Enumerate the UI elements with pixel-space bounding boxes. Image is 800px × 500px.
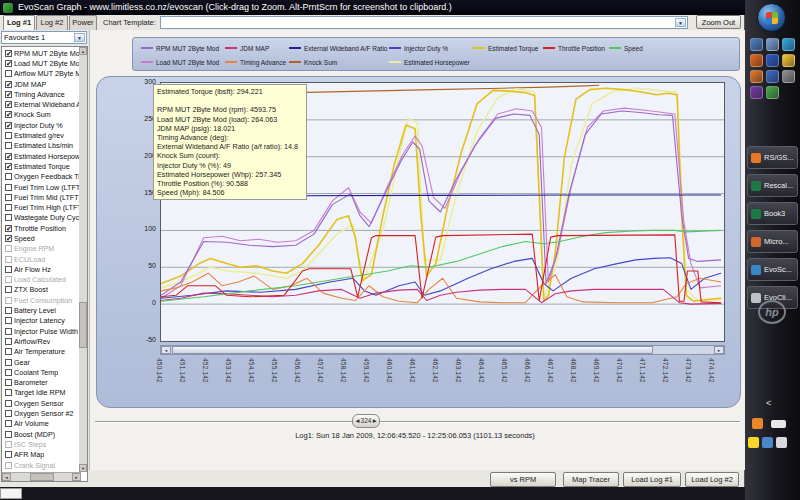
channel-checkbox[interactable]: ✔: [5, 225, 12, 232]
tab-log1[interactable]: Log #1: [3, 15, 35, 30]
window-titlebar[interactable]: EvoScan Graph - www.limitless.co.nz/evos…: [0, 0, 745, 15]
legend-item[interactable]: Load MUT 2Byte Mod: [141, 55, 225, 69]
channel-checkbox[interactable]: ✔: [5, 101, 12, 108]
channel-item[interactable]: Airflow MUT 2Byte Mod: [3, 69, 79, 79]
channel-list-horizontal-scrollbar[interactable]: ◄ ►: [2, 472, 81, 481]
tray-status-icon[interactable]: [748, 437, 759, 448]
channel-checkbox[interactable]: [5, 441, 12, 448]
channel-checkbox[interactable]: [5, 132, 12, 139]
channel-item[interactable]: ✔Estimated Horsepower: [3, 151, 79, 161]
channel-checkbox[interactable]: [5, 451, 12, 458]
tray-app-icon[interactable]: [752, 418, 763, 429]
pan-slider-thumb[interactable]: ◄324►: [352, 414, 380, 428]
channel-item[interactable]: Crank Signal: [3, 460, 79, 470]
channel-item[interactable]: Target Idle RPM: [3, 388, 79, 398]
channel-checkbox[interactable]: [5, 276, 12, 283]
channel-item[interactable]: Gear: [3, 357, 79, 367]
channel-item[interactable]: ✔Throttle Position: [3, 223, 79, 233]
zoom-out-button[interactable]: Zoom Out: [696, 15, 741, 29]
taskbar-corner-button[interactable]: [0, 488, 22, 499]
channel-checkbox[interactable]: [5, 328, 12, 335]
channel-item[interactable]: ✔External Wideband A/F: [3, 99, 79, 109]
channel-item[interactable]: ISC Steps: [3, 439, 79, 449]
channel-checkbox[interactable]: [5, 400, 12, 407]
channel-checkbox[interactable]: [5, 410, 12, 417]
channel-checkbox[interactable]: ✔: [5, 50, 12, 57]
channel-checkbox[interactable]: [5, 266, 12, 273]
channel-item[interactable]: Battery Level: [3, 305, 79, 315]
channel-checkbox[interactable]: [5, 256, 12, 263]
channel-checkbox[interactable]: ✔: [5, 153, 12, 160]
channel-item[interactable]: Wastegate Duty Cycle: [3, 213, 79, 223]
channel-checkbox[interactable]: ✔: [5, 163, 12, 170]
scroll-right-icon[interactable]: ►: [714, 346, 724, 354]
battery-icon[interactable]: [771, 420, 786, 428]
app-icon-2[interactable]: [766, 86, 779, 99]
chevron-down-icon[interactable]: ▼: [675, 18, 686, 27]
network-icon[interactable]: [762, 437, 773, 448]
channel-item[interactable]: Oxygen Feedback Trim: [3, 172, 79, 182]
channel-item[interactable]: Air Flow Hz: [3, 264, 79, 274]
channel-checkbox[interactable]: [5, 214, 12, 221]
legend-item[interactable]: Throttle Position: [543, 41, 609, 55]
legend-item[interactable]: JDM MAP: [225, 41, 289, 55]
legend-item[interactable]: Estimated Horsepower: [389, 55, 473, 69]
channel-item[interactable]: AFR Map: [3, 450, 79, 460]
channel-item[interactable]: ✔Timing Advance: [3, 89, 79, 99]
volume-icon[interactable]: [776, 437, 787, 448]
channel-item[interactable]: Oxygen Sensor: [3, 398, 79, 408]
app-icon-1[interactable]: [750, 86, 763, 99]
channel-checkbox[interactable]: [5, 359, 12, 366]
channel-checkbox[interactable]: [5, 204, 12, 211]
firefox-icon[interactable]: [750, 54, 763, 67]
show-desktop-icon[interactable]: [750, 38, 763, 51]
channel-item[interactable]: ✔RPM MUT 2Byte Mod: [3, 48, 79, 58]
scroll-down-icon[interactable]: ▼: [79, 464, 87, 472]
taskbar-button[interactable]: Rescal...: [747, 174, 798, 197]
tab-power[interactable]: Power: [69, 15, 97, 30]
channel-item[interactable]: Barometer: [3, 378, 79, 388]
channel-checkbox[interactable]: ✔: [5, 81, 12, 88]
channel-checkbox[interactable]: [5, 70, 12, 77]
scrollbar-thumb[interactable]: [30, 473, 54, 481]
channel-checkbox[interactable]: [5, 389, 12, 396]
legend-item[interactable]: RPM MUT 2Byte Mod: [141, 41, 225, 55]
favourites-combobox[interactable]: Favourites 1 ▼: [1, 31, 87, 44]
channel-item[interactable]: Air Volume: [3, 419, 79, 429]
channel-item[interactable]: ✔Load MUT 2Byte Mod: [3, 58, 79, 68]
taskbar-button[interactable]: RS/GS...: [747, 146, 798, 169]
channel-item[interactable]: ✔Speed: [3, 233, 79, 243]
channel-item[interactable]: ✔JDM MAP: [3, 79, 79, 89]
channel-checkbox[interactable]: [5, 431, 12, 438]
internet-explorer-icon[interactable]: [782, 38, 795, 51]
channel-checkbox[interactable]: ✔: [5, 111, 12, 118]
channel-item[interactable]: Boost (MDP): [3, 429, 79, 439]
channel-item[interactable]: Estimated Lbs/min: [3, 141, 79, 151]
channel-checkbox[interactable]: [5, 317, 12, 324]
channel-item[interactable]: Injector Pulse Width: [3, 326, 79, 336]
chevron-down-icon[interactable]: ▼: [74, 33, 85, 42]
channel-item[interactable]: Estimated g/rev: [3, 130, 79, 140]
scroll-left-icon[interactable]: ◄: [161, 346, 171, 354]
channel-checkbox[interactable]: [5, 142, 12, 149]
channel-checkbox[interactable]: [5, 338, 12, 345]
scroll-left-icon[interactable]: ◄: [2, 473, 11, 481]
scroll-up-icon[interactable]: ▲: [79, 47, 87, 55]
legend-item[interactable]: Estimated Torque: [473, 41, 543, 55]
channel-checkbox[interactable]: [5, 420, 12, 427]
messenger-icon[interactable]: [766, 54, 779, 67]
start-button[interactable]: [757, 3, 786, 32]
load-log1-button[interactable]: Load Log #1: [623, 472, 681, 487]
channel-item[interactable]: Airflow/Rev: [3, 336, 79, 346]
legend-item[interactable]: External Wideband A/F Ratio: [289, 41, 389, 55]
taskbar-button[interactable]: EvoSc...: [747, 258, 798, 281]
pan-slider-track[interactable]: [95, 421, 740, 423]
channel-checkbox[interactable]: [5, 194, 12, 201]
channel-item[interactable]: Fuel Trim High (LTFT): [3, 202, 79, 212]
taskbar-button[interactable]: Micro...: [747, 230, 798, 253]
channel-item[interactable]: Fuel Trim Low (LTFT): [3, 182, 79, 192]
channel-item[interactable]: Load Calculated: [3, 275, 79, 285]
channel-item[interactable]: Oxygen Sensor #2: [3, 408, 79, 418]
smiley-icon[interactable]: [782, 54, 795, 67]
channel-checkbox[interactable]: [5, 184, 12, 191]
